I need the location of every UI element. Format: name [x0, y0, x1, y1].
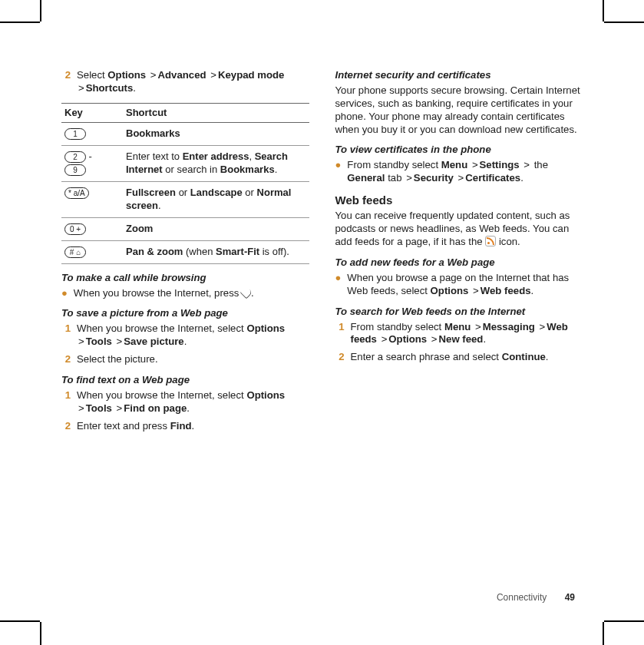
bullet-item: ● When you browse the Internet, press .	[61, 287, 309, 300]
crop-mark	[40, 0, 41, 22]
term: Advanced	[158, 69, 206, 81]
separator: >	[381, 333, 388, 345]
term: Enter address	[183, 150, 249, 162]
crop-mark	[40, 622, 41, 645]
table-row: 0 + Zoom	[61, 217, 309, 240]
content-columns: 2 Select Options >Advanced >Keypad mode …	[61, 69, 583, 576]
term: Tools	[86, 336, 112, 347]
separator: >	[117, 336, 123, 347]
step-body: When you browse the Internet, select Opt…	[77, 322, 309, 349]
table-row: 1 Bookmarks	[61, 123, 309, 146]
text: Enter a search phrase and select	[351, 351, 502, 362]
step-item: 2 Select the picture.	[61, 353, 309, 366]
term: Fullscreen	[126, 187, 176, 198]
text: You can receive frequently updated conte…	[335, 210, 570, 247]
separator: >	[458, 172, 464, 184]
text: .	[531, 285, 534, 296]
key-cell: 2 - 9	[61, 146, 123, 182]
step-body: Select the picture.	[77, 353, 309, 366]
bullet-icon: ●	[335, 273, 342, 298]
term: Security	[414, 172, 454, 184]
crop-mark	[0, 22, 40, 23]
keycap-icon: 1	[64, 128, 86, 140]
text: .	[192, 420, 195, 432]
step-number: 1	[61, 322, 71, 349]
step-body: Enter a search phrase and select Continu…	[351, 351, 583, 364]
term: Find	[170, 420, 192, 432]
left-column: 2 Select Options >Advanced >Keypad mode …	[61, 69, 309, 576]
text: .	[158, 200, 161, 211]
term: General	[347, 172, 385, 184]
text: ,	[249, 150, 254, 162]
step-body: From standby select Menu >Messaging >Web…	[351, 321, 583, 347]
term: Landscape	[190, 187, 243, 198]
text: .	[546, 351, 549, 362]
text: .	[187, 402, 190, 414]
shortcut-cell: Zoom	[123, 217, 309, 240]
term: Bookmarks	[126, 127, 180, 139]
step-item: 2 Enter text and press Find.	[61, 420, 309, 433]
term: Tools	[86, 402, 112, 414]
sub-heading: To view certificates in the phone	[335, 144, 583, 157]
term: Continue	[502, 351, 546, 362]
sub-heading: Internet security and certificates	[335, 69, 583, 82]
text: tab	[385, 172, 405, 184]
separator: >	[150, 69, 157, 81]
table-header-row: Key Shortcut	[61, 103, 309, 123]
step-item: 1 From standby select Menu >Messaging >W…	[335, 321, 583, 347]
text: or	[176, 187, 190, 198]
sub-heading: To add new feeds for a Web page	[335, 256, 583, 270]
crop-mark	[0, 620, 40, 622]
text: From standby select	[347, 159, 441, 170]
key-cell: * a/A	[61, 182, 123, 217]
separator: >	[473, 285, 479, 296]
term: Options	[388, 333, 427, 345]
rss-icon	[485, 236, 496, 246]
separator: >	[117, 402, 123, 414]
step-number: 1	[61, 389, 71, 415]
keycap-icon: # ⌂	[64, 246, 86, 258]
separator: >	[78, 82, 84, 94]
step-item: 1 When you browse the Internet, select O…	[61, 322, 309, 349]
text: icon.	[496, 236, 520, 247]
crop-mark	[603, 622, 604, 645]
page-footer: Connectivity 49	[497, 592, 575, 603]
bullet-icon: ●	[335, 160, 342, 185]
separator: >	[78, 336, 84, 347]
right-column: Internet security and certificates Your …	[335, 69, 583, 576]
text: .	[275, 164, 278, 175]
key-cell: 1	[61, 123, 123, 146]
text: (when	[183, 246, 216, 257]
term: Settings	[480, 159, 520, 170]
shortcut-cell: Bookmarks	[123, 123, 309, 146]
step-body: Select Options >Advanced >Keypad mode >S…	[77, 69, 309, 95]
text: .	[184, 336, 187, 347]
text: .	[520, 172, 523, 184]
paragraph: You can receive frequently updated conte…	[335, 210, 583, 249]
term: Certificates	[465, 172, 520, 184]
text: or	[243, 187, 257, 198]
term: Bookmarks	[220, 164, 275, 175]
text: Enter text and press	[77, 420, 170, 432]
text: Enter text to	[126, 150, 183, 162]
page-number: 49	[565, 592, 575, 603]
term: Shortcuts	[86, 82, 134, 94]
bullet-item: ● From standby select Menu >Settings > t…	[335, 159, 583, 185]
step-item: 1 When you browse the Internet, select O…	[61, 389, 309, 415]
separator: >	[540, 321, 546, 332]
separator: >	[78, 402, 84, 414]
keycap-icon: 2	[64, 151, 86, 163]
separator: >	[472, 159, 478, 170]
term: Pan & zoom	[126, 246, 183, 257]
text: the	[531, 159, 548, 170]
step-number: 2	[61, 353, 71, 366]
keycap-icon: 9	[64, 164, 86, 176]
step-number: 2	[61, 420, 71, 433]
shortcut-cell: Fullscreen or Landscape or Normal screen…	[123, 182, 309, 217]
term: Web feeds	[481, 285, 531, 296]
term: Keypad mode	[218, 69, 284, 81]
bullet-body: When you browse the Internet, press .	[74, 287, 254, 300]
term: Find on page	[124, 402, 187, 414]
term: Menu	[444, 321, 471, 332]
term: Options	[246, 322, 285, 334]
